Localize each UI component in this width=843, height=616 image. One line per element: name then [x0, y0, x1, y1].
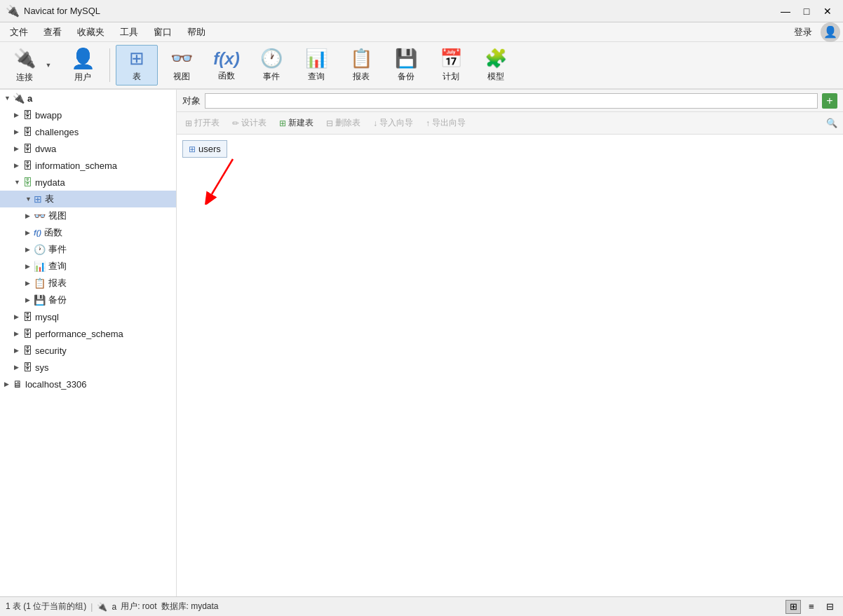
db-label-bwapp: bwapp: [35, 110, 62, 121]
table-item-users[interactable]: ⊞ users: [182, 140, 227, 158]
db-label-mydata: mydata: [35, 177, 65, 188]
object-label: 对象: [182, 95, 201, 107]
delete-table-button[interactable]: ⊟ 删除表: [321, 115, 366, 132]
menu-window[interactable]: 窗口: [147, 25, 179, 40]
model-tool[interactable]: 🧩 模型: [475, 45, 517, 85]
expand-arrow-tables: ▼: [25, 196, 32, 203]
db-icon-performance-schema: 🗄: [22, 328, 32, 339]
report-icon: 📋: [350, 48, 372, 69]
menu-view[interactable]: 查看: [36, 25, 69, 40]
reports-icon: 📋: [34, 278, 46, 289]
minimize-button[interactable]: —: [776, 3, 795, 20]
search-button[interactable]: 🔍: [823, 115, 840, 132]
menu-favorites[interactable]: 收藏夹: [70, 25, 112, 40]
sidebar-backups-node[interactable]: ▶ 💾 备份: [0, 292, 176, 308]
new-table-label: 新建表: [288, 117, 313, 129]
sidebar-db-mydata[interactable]: ▼ 🗄 mydata: [0, 174, 176, 191]
menu-help[interactable]: 帮助: [180, 25, 213, 40]
sidebar-events-node[interactable]: ▶ 🕐 事件: [0, 241, 176, 258]
new-table-button[interactable]: ⊞ 新建表: [274, 115, 319, 132]
connect-button[interactable]: 🔌 连接: [6, 45, 43, 85]
menu-bar: 文件 查看 收藏夹 工具 窗口 帮助 登录 👤: [0, 22, 843, 42]
tables-label: 表: [45, 193, 54, 205]
expand-arrow-views: ▶: [25, 212, 32, 219]
expand-arrow-performance-schema: ▶: [14, 330, 21, 337]
object-search-input[interactable]: [205, 93, 818, 109]
expand-arrow-events: ▶: [25, 246, 32, 253]
db-label-performance-schema: performance_schema: [35, 329, 123, 339]
status-connection-icon: 🔌: [97, 602, 107, 612]
expand-arrow-mysql: ▶: [14, 313, 21, 320]
query-icon: 📊: [305, 48, 328, 69]
sidebar-db-security[interactable]: ▶ 🗄 security: [0, 342, 176, 359]
events-label: 事件: [48, 243, 67, 256]
expand-arrow-bwapp: ▶: [14, 111, 21, 118]
expand-arrow-functions: ▶: [25, 229, 32, 236]
functions-label: 函数: [44, 226, 62, 239]
sidebar-db-information-schema[interactable]: ▶ 🗄 information_schema: [0, 157, 176, 174]
db-label-dvwa: dvwa: [35, 144, 56, 154]
sidebar-db-sys[interactable]: ▶ 🗄 sys: [0, 359, 176, 376]
status-separator-1: |: [90, 602, 93, 612]
table-tool[interactable]: ⊞ 表: [116, 45, 158, 85]
backup-tool[interactable]: 💾 备份: [385, 45, 427, 85]
db-icon-information-schema: 🗄: [22, 160, 32, 171]
connection-icon: 🔌: [13, 93, 25, 104]
sidebar-reports-node[interactable]: ▶ 📋 报表: [0, 275, 176, 292]
sidebar-db-dvwa[interactable]: ▶ 🗄 dvwa: [0, 140, 176, 157]
sidebar-db-mysql[interactable]: ▶ 🗄 mysql: [0, 308, 176, 325]
open-table-button[interactable]: ⊞ 打开表: [180, 115, 225, 132]
user-tool[interactable]: 👤 用户: [62, 45, 104, 85]
db-label-mysql: mysql: [35, 312, 59, 322]
new-table-icon: ⊞: [279, 118, 286, 128]
view-tool[interactable]: 👓 视图: [161, 45, 203, 85]
sidebar: ▼ 🔌 a ▶ 🗄 bwapp ▶ 🗄 challenges ▶ 🗄 dvwa …: [0, 90, 177, 596]
connect-icon: 🔌: [13, 48, 36, 69]
sidebar-localhost[interactable]: ▶ 🖥 localhost_3306: [0, 376, 176, 392]
design-table-button[interactable]: ✏ 设计表: [227, 115, 272, 132]
event-tool[interactable]: 🕐 事件: [250, 45, 292, 85]
expand-arrow-challenges: ▶: [14, 128, 21, 135]
object-add-button[interactable]: +: [822, 93, 837, 109]
list-view-button[interactable]: ≡: [804, 600, 819, 614]
menu-file[interactable]: 文件: [3, 25, 35, 40]
action-toolbar: ⊞ 打开表 ✏ 设计表 ⊞ 新建表 ⊟ 删除表 ↓ 导入向导 ↑ 导出向导: [177, 112, 843, 135]
table-item-label: users: [198, 144, 221, 154]
function-tool[interactable]: f(x) 函数: [205, 45, 248, 85]
report-tool[interactable]: 📋 报表: [340, 45, 382, 85]
sidebar-queries-node[interactable]: ▶ 📊 查询: [0, 258, 176, 275]
function-icon: f(x): [213, 49, 239, 69]
import-wizard-button[interactable]: ↓ 导入向导: [367, 115, 419, 132]
event-icon: 🕐: [260, 48, 283, 69]
sidebar-db-performance-schema[interactable]: ▶ 🗄 performance_schema: [0, 325, 176, 342]
db-icon-security: 🗄: [22, 345, 32, 356]
model-icon: 🧩: [485, 48, 507, 69]
query-tool[interactable]: 📊 查询: [295, 45, 337, 85]
grid-view-button[interactable]: ⊞: [785, 600, 801, 614]
open-table-icon: ⊞: [185, 118, 192, 128]
detail-view-icon: ⊟: [826, 601, 834, 612]
login-button[interactable]: 登录: [787, 25, 819, 40]
expand-arrow-connection: ▼: [4, 95, 11, 102]
expand-arrow-dvwa: ▶: [14, 145, 21, 152]
menu-tools[interactable]: 工具: [113, 25, 145, 40]
sidebar-views-node[interactable]: ▶ 👓 视图: [0, 207, 176, 224]
sidebar-db-bwapp[interactable]: ▶ 🗄 bwapp: [0, 107, 176, 123]
status-count: 1 表 (1 位于当前的组): [6, 601, 86, 612]
db-icon-mysql: 🗄: [22, 311, 32, 322]
sidebar-connection[interactable]: ▼ 🔌 a: [0, 90, 176, 107]
maximize-button[interactable]: □: [797, 3, 816, 20]
reports-label: 报表: [48, 277, 67, 289]
connect-dropdown-arrow[interactable]: ▼: [43, 45, 53, 85]
sidebar-tables-node[interactable]: ▼ ⊞ 表: [0, 191, 176, 207]
sidebar-db-challenges[interactable]: ▶ 🗄 challenges: [0, 123, 176, 140]
table-item-icon: ⊞: [189, 144, 196, 154]
functions-icon: f(): [34, 228, 41, 237]
close-button[interactable]: ✕: [818, 3, 837, 20]
sidebar-functions-node[interactable]: ▶ f() 函数: [0, 224, 176, 241]
localhost-label: localhost_3306: [25, 379, 86, 390]
plan-tool[interactable]: 📅 计划: [430, 45, 472, 85]
import-label: 导入向导: [379, 117, 413, 129]
export-wizard-button[interactable]: ↑ 导出向导: [420, 115, 471, 132]
detail-view-button[interactable]: ⊟: [822, 600, 837, 614]
